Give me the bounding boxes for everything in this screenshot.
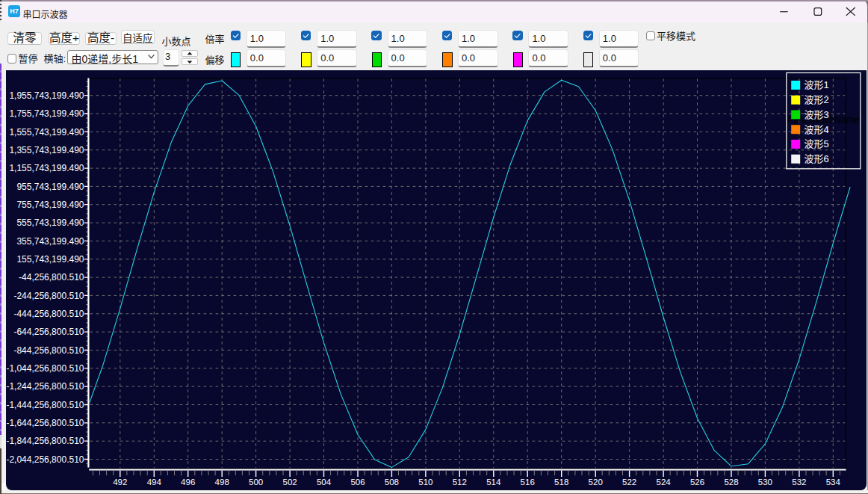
- svg-text:355,743,199.490: 355,743,199.490: [16, 236, 84, 247]
- svg-text:496: 496: [181, 478, 195, 487]
- svg-text:1,355,743,199.490: 1,355,743,199.490: [9, 145, 84, 155]
- svg-text:498: 498: [215, 478, 229, 487]
- svg-text:524: 524: [657, 478, 672, 487]
- svg-text:-1,044,256,800.510: -1,044,256,800.510: [6, 363, 84, 374]
- svg-text:520: 520: [589, 478, 603, 487]
- svg-text:155,743,199.490: 155,743,199.490: [16, 254, 84, 265]
- svg-text:955,743,199.490: 955,743,199.490: [16, 182, 84, 192]
- svg-text:528: 528: [724, 478, 738, 487]
- svg-text:-44,256,800.510: -44,256,800.510: [19, 272, 84, 282]
- svg-text:516: 516: [521, 478, 535, 487]
- svg-text:-1,644,256,800.510: -1,644,256,800.510: [6, 418, 84, 428]
- svg-text:-844,256,800.510: -844,256,800.510: [13, 345, 84, 356]
- svg-text:-444,256,800.510: -444,256,800.510: [13, 309, 84, 319]
- svg-text:1,955,743,199.490: 1,955,743,199.490: [9, 90, 84, 101]
- svg-text:506: 506: [350, 478, 365, 487]
- svg-text:波形3: 波形3: [805, 107, 829, 121]
- svg-text:-1,444,256,800.510: -1,444,256,800.510: [6, 400, 84, 410]
- svg-text:1,755,743,199.490: 1,755,743,199.490: [9, 108, 84, 119]
- svg-text:492: 492: [113, 478, 127, 487]
- svg-text:波形2: 波形2: [805, 92, 829, 106]
- svg-text:1,555,743,199.490: 1,555,743,199.490: [9, 127, 84, 138]
- svg-text:502: 502: [283, 478, 297, 487]
- svg-text:755,743,199.490: 755,743,199.490: [16, 200, 84, 210]
- svg-text:532: 532: [792, 478, 806, 487]
- svg-text:534: 534: [826, 478, 841, 487]
- svg-text:-644,256,800.510: -644,256,800.510: [13, 327, 84, 337]
- svg-text:波形4: 波形4: [805, 122, 829, 136]
- svg-text:512: 512: [453, 478, 467, 487]
- svg-text:526: 526: [690, 478, 704, 487]
- svg-text:510: 510: [418, 478, 433, 487]
- svg-text:494: 494: [147, 478, 162, 487]
- svg-text:-1,844,256,800.510: -1,844,256,800.510: [6, 436, 84, 446]
- svg-text:508: 508: [385, 478, 399, 487]
- svg-text:波形1: 波形1: [805, 77, 829, 91]
- svg-text:504: 504: [317, 478, 332, 487]
- svg-text:530: 530: [758, 478, 772, 487]
- svg-text:500: 500: [249, 478, 263, 487]
- svg-text:波形5: 波形5: [805, 136, 829, 150]
- svg-text:波形6: 波形6: [805, 151, 829, 165]
- svg-text:-244,256,800.510: -244,256,800.510: [13, 291, 84, 301]
- svg-text:1,155,743,199.490: 1,155,743,199.490: [9, 163, 84, 173]
- svg-text:518: 518: [554, 478, 568, 487]
- svg-text:522: 522: [622, 478, 636, 487]
- svg-text:-2,044,256,800.510: -2,044,256,800.510: [6, 454, 84, 465]
- svg-text:514: 514: [486, 478, 501, 487]
- svg-text:-1,244,256,800.510: -1,244,256,800.510: [6, 381, 84, 392]
- svg-text:555,743,199.490: 555,743,199.490: [16, 217, 84, 228]
